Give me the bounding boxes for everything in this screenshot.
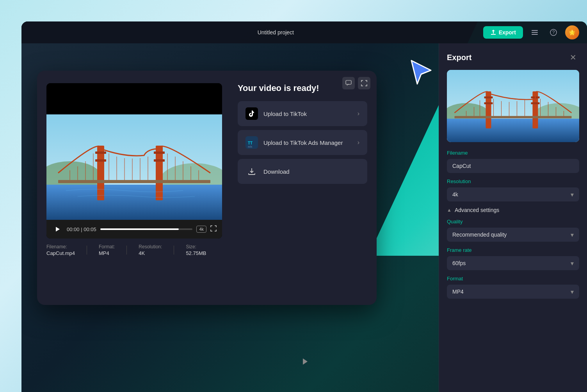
svg-text:?: ? <box>552 30 555 35</box>
quality-label: Quality <box>447 219 579 225</box>
svg-rect-31 <box>58 180 210 183</box>
svg-rect-13 <box>95 159 106 162</box>
fullscreen-video-icon <box>210 225 217 232</box>
chevron-up-icon: ▲ <box>447 207 452 213</box>
comment-icon-button[interactable] <box>342 77 355 89</box>
export-options: Your video is ready! Upload to TikTok › <box>238 83 367 256</box>
bottom-play-icon <box>300 357 309 366</box>
bottom-play-indicator <box>300 357 309 369</box>
upload-tiktok-button[interactable]: Upload to TikTok › <box>238 101 367 126</box>
user-avatar[interactable]: 🌟 <box>565 25 579 39</box>
resolution-select-wrapper: 4k <box>447 187 579 201</box>
video-meta: Filename: CapCut.mp4 Format: MP4 Resolut… <box>46 244 222 256</box>
upload-icon <box>490 29 496 36</box>
download-icon <box>245 165 258 178</box>
meta-format: Format: MP4 <box>99 244 115 256</box>
help-icon: ? <box>550 29 557 36</box>
meta-divider-3 <box>174 246 174 255</box>
export-modal: 00:00 | 00:05 4k <box>37 71 377 305</box>
layers-button[interactable] <box>528 25 542 39</box>
panel-thumbnail <box>447 70 579 142</box>
video-frame <box>46 114 222 220</box>
modal-top-icons <box>342 77 370 89</box>
svg-rect-15 <box>154 159 165 162</box>
export-panel: Export ✕ <box>439 43 587 392</box>
video-controls: 00:00 | 00:05 4k <box>46 220 222 239</box>
upload-tiktok-ads-button[interactable]: TT ads Upload to TikTok Ads Manager › <box>238 130 367 155</box>
export-panel-title: Export <box>447 53 471 62</box>
tiktok-chevron: › <box>358 110 359 117</box>
tiktok-ads-chevron: › <box>358 139 359 146</box>
progress-bar[interactable] <box>100 228 193 230</box>
quality-select-wrapper: Recommended quality <box>447 228 579 242</box>
svg-rect-43 <box>484 102 493 104</box>
format-select[interactable]: MP4 <box>447 285 579 299</box>
download-button[interactable]: Download <box>238 159 367 184</box>
app-window: Untitled project Export ? <box>21 21 587 392</box>
play-icon <box>55 226 60 232</box>
svg-rect-12 <box>95 151 106 154</box>
help-button[interactable]: ? <box>546 25 560 39</box>
progress-fill <box>100 228 179 230</box>
video-time: 00:00 | 00:05 <box>67 226 96 232</box>
tiktok-ads-logo: TT ads <box>247 137 257 148</box>
format-label: Format <box>447 276 579 282</box>
top-bar-actions: Export ? 🌟 <box>483 25 579 39</box>
filename-label: Filename <box>447 150 579 156</box>
modal-body: 00:00 | 00:05 4k <box>46 83 367 256</box>
video-player: 00:00 | 00:05 4k <box>46 83 222 239</box>
quality-select[interactable]: Recommended quality <box>447 228 579 242</box>
svg-rect-2 <box>532 34 538 35</box>
video-preview-container: 00:00 | 00:05 4k <box>46 83 222 256</box>
layers-icon <box>531 29 539 36</box>
svg-rect-14 <box>154 151 165 154</box>
fullscreen-icon-button[interactable] <box>358 77 370 89</box>
comment-icon <box>345 80 352 86</box>
project-title: Untitled project <box>258 29 294 36</box>
quality-badge: 4k <box>196 226 206 233</box>
svg-rect-42 <box>484 96 493 98</box>
panel-bridge-svg <box>447 70 579 142</box>
tiktok-ads-icon: TT ads <box>245 136 258 149</box>
close-panel-button[interactable]: ✕ <box>567 51 579 64</box>
advanced-settings-toggle[interactable]: ▲ Advanced settings <box>447 207 579 213</box>
framerate-label: Frame rate <box>447 247 579 253</box>
tiktok-icon <box>245 107 258 120</box>
format-select-wrapper: MP4 <box>447 285 579 299</box>
framerate-select-wrapper: 60fps <box>447 256 579 270</box>
svg-rect-58 <box>455 116 572 118</box>
svg-rect-0 <box>532 30 538 31</box>
top-bar: Untitled project Export ? <box>21 21 587 43</box>
svg-text:ads: ads <box>248 145 253 148</box>
export-panel-header: Export ✕ <box>447 51 579 64</box>
resolution-label: Resolution <box>447 178 579 184</box>
video-play-button[interactable] <box>52 224 63 235</box>
svg-rect-45 <box>531 102 540 104</box>
svg-rect-39 <box>447 119 579 142</box>
framerate-select[interactable]: 60fps <box>447 256 579 270</box>
video-black-bar <box>46 83 222 114</box>
export-button[interactable]: Export <box>483 26 523 39</box>
svg-rect-1 <box>532 32 538 33</box>
svg-marker-60 <box>303 358 308 365</box>
svg-marker-32 <box>56 227 60 232</box>
meta-divider-2 <box>126 246 127 255</box>
tiktok-logo <box>248 110 256 118</box>
meta-filename: Filename: CapCut.mp4 <box>46 244 75 256</box>
meta-size: Size: 52.75MB <box>186 244 206 256</box>
resolution-select[interactable]: 4k <box>447 187 579 201</box>
meta-resolution: Resolution: 4K <box>139 244 162 256</box>
video-fullscreen-button[interactable] <box>210 225 217 233</box>
fullscreen-icon <box>361 80 367 86</box>
meta-divider-1 <box>87 246 87 255</box>
svg-rect-5 <box>346 80 351 84</box>
svg-text:TT: TT <box>248 141 253 145</box>
download-svg-icon <box>247 167 256 176</box>
bridge-svg <box>46 114 222 220</box>
filename-input[interactable] <box>447 159 579 173</box>
